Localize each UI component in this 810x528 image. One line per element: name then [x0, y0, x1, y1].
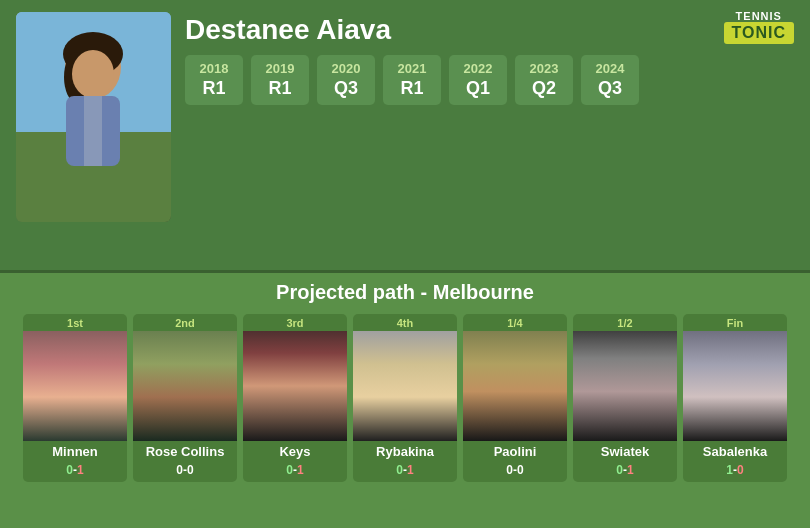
opponent-record: 0-0 — [133, 461, 237, 482]
bottom-section: Projected path - Melbourne 1st Minnen 0-… — [0, 273, 810, 528]
record-losses: 1 — [627, 463, 634, 477]
round-label: 1st — [23, 314, 127, 331]
round-label: 4th — [353, 314, 457, 331]
record-losses: 1 — [297, 463, 304, 477]
year-result: R1 — [261, 78, 299, 99]
opponent-record: 0-1 — [573, 461, 677, 482]
round-label: Fin — [683, 314, 787, 331]
year-label: 2024 — [591, 61, 629, 76]
path-card: Fin Sabalenka 1-0 — [683, 314, 787, 482]
opponent-photo — [573, 331, 677, 441]
round-label: 3rd — [243, 314, 347, 331]
opponent-record: 0-1 — [353, 461, 457, 482]
round-label: 2nd — [133, 314, 237, 331]
path-cards-container: 1st Minnen 0-1 2nd Rose Collins 0-0 3rd … — [10, 314, 800, 482]
projected-title: Projected path - Melbourne — [10, 281, 800, 304]
year-label: 2018 — [195, 61, 233, 76]
opponent-record: 1-0 — [683, 461, 787, 482]
round-label: 1/4 — [463, 314, 567, 331]
record-wins: 0 — [396, 463, 403, 477]
path-card: 1/4 Paolini 0-0 — [463, 314, 567, 482]
path-card: 1st Minnen 0-1 — [23, 314, 127, 482]
opponent-photo — [353, 331, 457, 441]
opponent-photo — [683, 331, 787, 441]
record-wins: 1 — [726, 463, 733, 477]
opponent-name: Rose Collins — [133, 441, 237, 461]
year-card: 2024 Q3 — [581, 55, 639, 105]
record-losses: 1 — [407, 463, 414, 477]
path-card: 4th Rybakina 0-1 — [353, 314, 457, 482]
svg-point-6 — [72, 50, 114, 98]
year-label: 2019 — [261, 61, 299, 76]
record-value: 0-0 — [506, 463, 523, 477]
logo-area: TENNIS TONIC — [724, 10, 794, 44]
path-card: 2nd Rose Collins 0-0 — [133, 314, 237, 482]
opponent-record: 0-0 — [463, 461, 567, 482]
year-card: 2023 Q2 — [515, 55, 573, 105]
opponent-photo — [23, 331, 127, 441]
opponent-record: 0-1 — [23, 461, 127, 482]
top-section: Destanee Aiava TENNIS TONIC 2018 R1 2019… — [0, 0, 810, 270]
year-card: 2020 Q3 — [317, 55, 375, 105]
year-result: R1 — [195, 78, 233, 99]
opponent-name: Paolini — [463, 441, 567, 461]
year-label: 2022 — [459, 61, 497, 76]
year-card: 2019 R1 — [251, 55, 309, 105]
opponent-photo — [243, 331, 347, 441]
path-card: 3rd Keys 0-1 — [243, 314, 347, 482]
svg-rect-7 — [84, 96, 102, 166]
year-card: 2018 R1 — [185, 55, 243, 105]
record-wins: 0 — [286, 463, 293, 477]
year-result: Q1 — [459, 78, 497, 99]
year-records-container: 2018 R1 2019 R1 2020 Q3 2021 R1 2022 Q1 … — [185, 55, 639, 105]
logo-tennis-text: TENNIS — [724, 10, 794, 22]
year-label: 2020 — [327, 61, 365, 76]
year-result: Q3 — [327, 78, 365, 99]
player-photo — [16, 12, 171, 222]
year-card: 2022 Q1 — [449, 55, 507, 105]
opponent-record: 0-1 — [243, 461, 347, 482]
record-wins: 0 — [616, 463, 623, 477]
record-losses: 1 — [77, 463, 84, 477]
logo-tonic-text: TONIC — [724, 22, 794, 44]
year-result: R1 — [393, 78, 431, 99]
player-name: Destanee Aiava — [185, 14, 391, 46]
opponent-photo — [133, 331, 237, 441]
opponent-name: Rybakina — [353, 441, 457, 461]
year-label: 2023 — [525, 61, 563, 76]
opponent-name: Swiatek — [573, 441, 677, 461]
year-result: Q3 — [591, 78, 629, 99]
record-wins: 0 — [66, 463, 73, 477]
year-card: 2021 R1 — [383, 55, 441, 105]
path-card: 1/2 Swiatek 0-1 — [573, 314, 677, 482]
opponent-name: Sabalenka — [683, 441, 787, 461]
year-result: Q2 — [525, 78, 563, 99]
opponent-name: Minnen — [23, 441, 127, 461]
year-label: 2021 — [393, 61, 431, 76]
record-value: 0-0 — [176, 463, 193, 477]
round-label: 1/2 — [573, 314, 677, 331]
opponent-name: Keys — [243, 441, 347, 461]
opponent-photo — [463, 331, 567, 441]
record-losses: 0 — [737, 463, 744, 477]
